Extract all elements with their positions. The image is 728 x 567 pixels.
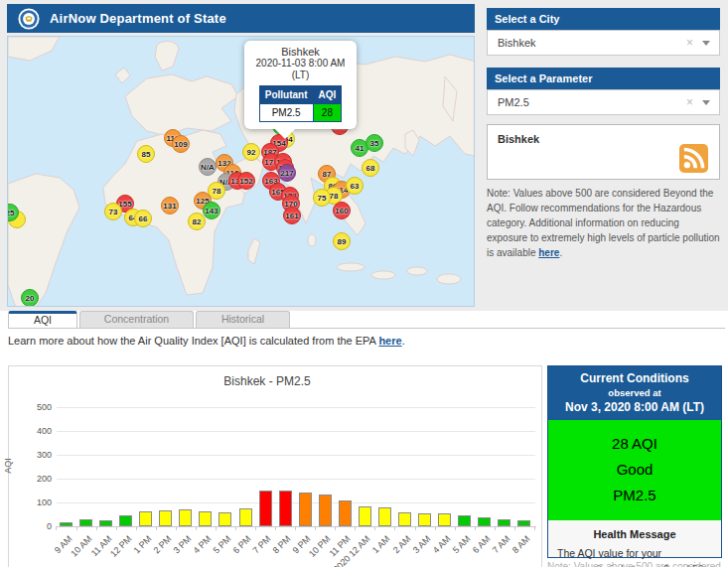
map-marker[interactable]: N/A [199, 158, 217, 176]
chart-bar[interactable] [478, 517, 491, 526]
chart-bar[interactable] [498, 519, 510, 526]
chart-xtick [216, 526, 217, 530]
chart-xtick [136, 526, 137, 530]
parameter-clear-icon[interactable]: × [686, 90, 693, 114]
tooltip-city: Bishkek [244, 46, 357, 58]
map-marker[interactable]: 161 [283, 207, 301, 224]
chart-ytick-label: 0 [22, 521, 52, 531]
map-marker[interactable]: 75 [313, 189, 331, 207]
app-header: AirNow Department of State [7, 4, 475, 33]
tooltip-aqi-value: 28 [313, 104, 342, 122]
tooltip-pollutant-value: PM2.5 [259, 104, 313, 122]
map-marker[interactable]: 68 [362, 159, 379, 177]
tab-bar-divider [8, 328, 725, 329]
chart-title: Bishkek - PM2.5 [9, 374, 525, 388]
map-marker[interactable]: 92 [242, 143, 260, 161]
map-marker[interactable]: 66 [134, 210, 152, 227]
tab-aqi[interactable]: AQI [8, 311, 77, 328]
city-dropdown[interactable]: Bishkek × [487, 30, 720, 56]
chart-bar[interactable] [259, 491, 272, 526]
chart-bar[interactable] [458, 515, 471, 526]
tab-historical[interactable]: Historical [196, 311, 290, 328]
learn-more-pre: Learn more about how the Air Quality Ind… [8, 335, 378, 347]
chart-xtick [295, 526, 296, 530]
map-marker[interactable]: 217 [278, 164, 296, 182]
current-conditions-panel: Current Conditions observed at Nov 3, 20… [547, 365, 722, 558]
chart-bar[interactable] [79, 519, 92, 526]
chart-xtick [235, 526, 236, 530]
chart-bar[interactable] [398, 512, 411, 526]
chart-xtick [196, 526, 197, 530]
chart-xtick-category: 6 AM [471, 533, 493, 555]
chart-bar[interactable] [139, 511, 152, 526]
chart-xtick [514, 526, 515, 530]
map-marker[interactable]: 35 [365, 134, 383, 152]
chart-gridline [57, 407, 535, 408]
chart-bar[interactable] [199, 511, 212, 526]
chart-xtick-category: 1 PM [131, 533, 153, 555]
select-city-header: Select a City [487, 8, 720, 30]
map-tooltip: Bishkek 2020-11-03 8:00 AM (LT) Pollutan… [244, 41, 357, 129]
chart-bar[interactable] [218, 512, 231, 526]
map-marker[interactable]: 63 [346, 177, 364, 195]
chart-bar[interactable] [339, 500, 352, 526]
chart-bar[interactable] [99, 520, 112, 526]
app-title: AirNow Department of State [50, 11, 226, 26]
chart-xtick-category: 2 PM [151, 533, 173, 555]
chart-xtick [275, 526, 276, 530]
chart-bar[interactable] [418, 513, 431, 526]
parameter-caret-icon[interactable] [702, 100, 710, 105]
chart-ytick-label: 200 [22, 474, 52, 484]
world-map[interactable]: 8511010992N/A132118N/A132152781251438213… [7, 36, 475, 307]
city-dropdown-value: Bishkek [498, 37, 536, 49]
map-marker[interactable]: 73 [104, 203, 122, 220]
chart-bar[interactable] [279, 491, 292, 526]
map-marker[interactable]: 143 [203, 202, 220, 219]
chart-xtick-category: 4 PM [192, 533, 214, 555]
chart-bar[interactable] [299, 493, 312, 526]
chart-xtick-category: 5 PM [212, 533, 233, 555]
city-clear-icon[interactable]: × [686, 31, 693, 55]
map-marker[interactable]: 89 [333, 232, 351, 250]
chart-xtick-category: 7 PM [251, 533, 273, 555]
sidebar-note: Note: Values above 500 are considered Be… [487, 186, 722, 260]
chart-xtick [156, 526, 157, 530]
sidebar-note-period: . [559, 247, 562, 258]
chart-xtick-category: 8 PM [271, 533, 293, 555]
chart-bar[interactable] [159, 510, 172, 526]
chart-bar[interactable] [319, 495, 332, 526]
current-conditions-header: Current Conditions observed at Nov 3, 20… [548, 366, 721, 420]
learn-more-here-link[interactable]: here [378, 335, 401, 347]
city-caret-icon[interactable] [702, 41, 710, 46]
chart-bar[interactable] [438, 513, 451, 526]
chart-xtick-category: 6 PM [231, 533, 253, 555]
chart-bar[interactable] [517, 520, 530, 526]
chart-bar[interactable] [378, 507, 391, 526]
chart-gridline [57, 502, 535, 503]
tooltip-pointer [274, 128, 296, 139]
map-marker[interactable]: 131 [161, 197, 179, 214]
sidebar-note-here-link[interactable]: here [538, 247, 559, 258]
map-marker[interactable]: 85 [137, 145, 155, 163]
chart-bar[interactable] [179, 509, 192, 526]
map-marker[interactable]: 152 [237, 172, 255, 190]
map-marker[interactable]: 160 [333, 202, 351, 219]
rss-feed-box: Bishkek [487, 124, 720, 180]
tab-concentration[interactable]: Concentration [79, 311, 194, 328]
learn-more-period: . [402, 335, 405, 347]
chart-xtick [475, 526, 476, 530]
chart-bar[interactable] [60, 522, 73, 526]
chart-xtick-category: 5 AM [451, 533, 473, 555]
chart-bar[interactable] [359, 506, 371, 526]
chart-xtick-category: 3 PM [171, 533, 193, 555]
map-marker[interactable]: 20 [21, 289, 39, 307]
parameter-dropdown[interactable]: PM2.5 × [487, 89, 720, 115]
map-marker[interactable]: 109 [172, 135, 190, 153]
chart-ytick-label: 400 [22, 426, 52, 436]
cc-health-title: Health Message [557, 528, 712, 540]
chart-xtick-category: 3 AM [411, 533, 433, 555]
map-marker[interactable]: 82 [188, 213, 206, 230]
rss-icon[interactable] [679, 144, 708, 173]
chart-bar[interactable] [239, 508, 252, 526]
chart-bar[interactable] [119, 515, 132, 526]
